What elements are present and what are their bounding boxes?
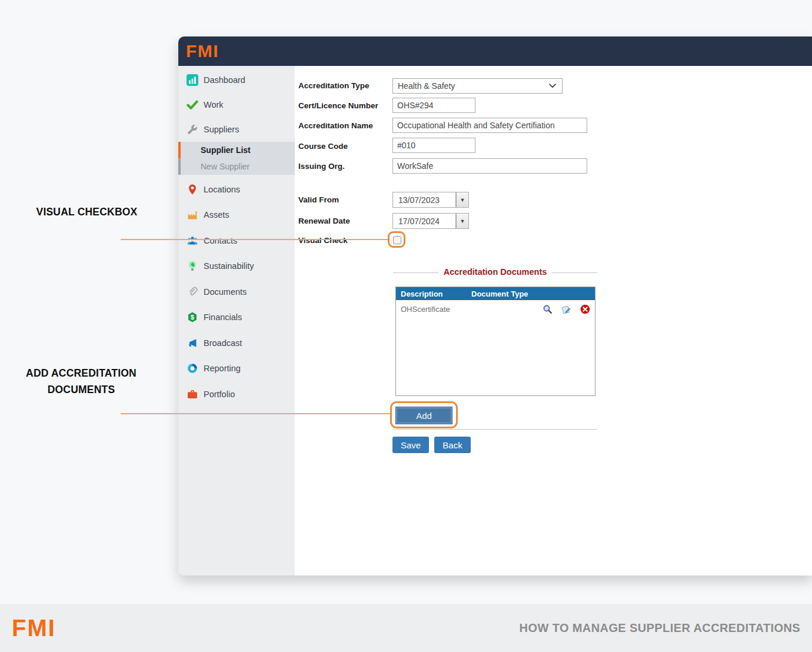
- accreditation-type-label: Accreditation Type: [298, 81, 370, 90]
- footer: FMI HOW TO MANAGE SUPPLIER ACCREDITATION…: [0, 604, 812, 652]
- sidebar-item-work[interactable]: Work: [178, 92, 295, 117]
- sidebar-item-label: Locations: [204, 185, 240, 194]
- visual-check-label: Visual Check: [298, 236, 348, 245]
- document-type-column-header: Document Type: [471, 290, 595, 298]
- sidebar-item-label: Reporting: [204, 364, 241, 373]
- visual-checkbox-highlight: [388, 231, 405, 248]
- add-button-highlight: [390, 401, 458, 428]
- app-header: FMI: [178, 36, 812, 66]
- visual-checkbox-annotation: VISUAL CHECKBOX: [18, 204, 156, 220]
- sidebar-item-label: Dashboard: [204, 75, 245, 85]
- sidebar-item-new-supplier[interactable]: New Supplier: [178, 158, 295, 175]
- cert-licence-number-input[interactable]: [392, 98, 475, 113]
- suppliers-wrench-icon: [187, 124, 198, 135]
- sidebar: Dashboard Work Suppliers Supplier List N…: [178, 66, 295, 576]
- issuing-org-label: Issuing Org.: [298, 162, 345, 171]
- work-check-icon: [187, 99, 198, 111]
- documents-paperclip-icon: [187, 286, 198, 298]
- back-button[interactable]: Back: [434, 437, 471, 453]
- svg-text:$: $: [191, 314, 194, 321]
- description-column-header: Description: [401, 290, 471, 298]
- valid-from-calendar-button[interactable]: ▼: [456, 192, 469, 208]
- fmi-footer-logo: FMI: [12, 615, 56, 641]
- sidebar-item-reporting[interactable]: Reporting: [178, 356, 295, 382]
- sidebar-subitem-label: New Supplier: [201, 162, 249, 171]
- dashboard-icon: [187, 74, 198, 86]
- assets-factory-icon: [187, 209, 198, 221]
- visual-checkbox-callout-line: [121, 239, 388, 240]
- cert-licence-number-label: Cert/Licence Number: [298, 101, 378, 110]
- reporting-donut-icon: [187, 362, 198, 374]
- chevron-down-icon: [549, 84, 556, 88]
- sidebar-item-label: Assets: [204, 210, 229, 219]
- back-button-label: Back: [442, 440, 462, 450]
- footer-title: HOW TO MANAGE SUPPLIER ACCREDITATIONS: [520, 621, 800, 635]
- course-code-label: Course Code: [298, 142, 348, 151]
- add-documents-annotation: ADD ACCREDITATION DOCUMENTS: [11, 365, 152, 398]
- save-button[interactable]: Save: [392, 437, 429, 453]
- location-pin-icon: [187, 184, 198, 195]
- add-documents-callout-line: [121, 413, 390, 414]
- broadcast-megaphone-icon: [187, 337, 198, 349]
- sidebar-item-broadcast[interactable]: Broadcast: [178, 330, 295, 356]
- renewal-date-calendar-button[interactable]: ▼: [456, 213, 469, 229]
- sidebar-item-financials[interactable]: $ Financials: [178, 305, 295, 331]
- sidebar-item-label: Financials: [204, 312, 242, 322]
- sidebar-item-locations[interactable]: Locations: [178, 177, 295, 202]
- issuing-org-input[interactable]: [392, 158, 587, 174]
- valid-from-input[interactable]: 13/07/2023: [392, 192, 456, 208]
- accreditation-type-value: Health & Safety: [398, 81, 455, 91]
- sidebar-item-sustainability[interactable]: Sustainability: [178, 254, 295, 280]
- delete-icon[interactable]: [580, 304, 590, 314]
- sidebar-item-supplier-list[interactable]: Supplier List: [178, 142, 295, 158]
- sidebar-subitem-label: Supplier List: [201, 145, 251, 155]
- sidebar-item-label: Broadcast: [204, 338, 242, 348]
- sidebar-item-label: Documents: [204, 287, 247, 297]
- main-content: Accreditation Type Health & Safety Cert/…: [295, 66, 812, 576]
- accreditation-type-select[interactable]: Health & Safety: [392, 78, 563, 94]
- documents-table-header: Description Document Type: [396, 287, 595, 300]
- portfolio-briefcase-icon: [187, 388, 198, 400]
- renewal-date-label: Renewal Date: [298, 217, 350, 225]
- sidebar-item-label: Portfolio: [204, 390, 235, 399]
- sustainability-bulb-icon: [187, 260, 198, 272]
- sidebar-item-label: Contacts: [204, 236, 237, 245]
- documents-table: Description Document Type OHScertificate: [395, 287, 595, 396]
- fmi-logo: FMI: [186, 41, 219, 61]
- valid-from-label: Valid From: [298, 195, 339, 204]
- sidebar-item-portfolio[interactable]: Portfolio: [178, 381, 295, 407]
- accreditation-name-input[interactable]: [392, 118, 587, 133]
- valid-from-value: 13/07/2023: [398, 195, 440, 205]
- edit-document-icon[interactable]: [561, 304, 571, 314]
- renewal-date-input[interactable]: 17/07/2024: [392, 213, 456, 229]
- app-window: FMI Dashboard Work Suppliers Supplier Li…: [178, 36, 812, 576]
- accreditation-name-label: Accreditation Name: [298, 121, 373, 130]
- document-description: OHScertificate: [401, 305, 543, 314]
- financials-dollar-icon: $: [187, 311, 198, 323]
- sidebar-item-suppliers[interactable]: Suppliers: [178, 117, 295, 142]
- save-button-label: Save: [401, 440, 421, 450]
- sidebar-item-dashboard[interactable]: Dashboard: [178, 68, 295, 92]
- search-magnifier-icon[interactable]: [543, 304, 553, 314]
- accreditation-documents-legend: Accreditation Documents: [393, 267, 597, 277]
- renewal-date-value: 17/07/2024: [398, 217, 440, 226]
- contacts-people-icon: [187, 235, 198, 247]
- sidebar-item-documents[interactable]: Documents: [178, 279, 295, 305]
- sidebar-item-label: Work: [204, 100, 224, 109]
- sidebar-item-label: Suppliers: [204, 125, 239, 134]
- course-code-input[interactable]: [392, 138, 475, 153]
- sidebar-item-contacts[interactable]: Contacts: [178, 228, 295, 254]
- sidebar-item-label: Sustainability: [204, 261, 254, 271]
- table-row: OHScertificate: [396, 300, 595, 318]
- sidebar-item-assets[interactable]: Assets: [178, 202, 295, 228]
